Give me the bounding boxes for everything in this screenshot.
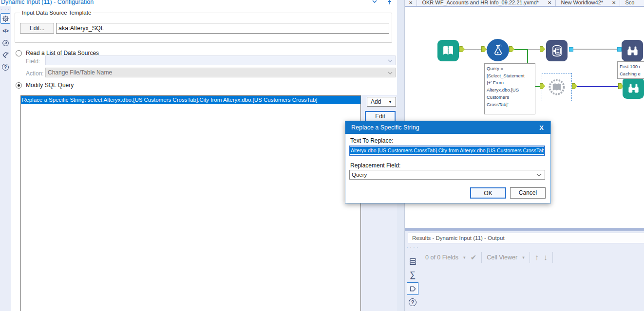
fields-caret-icon[interactable]: ▾: [463, 255, 466, 260]
down-arrow-icon[interactable]: ↓: [544, 253, 548, 262]
output-anchor: [572, 83, 577, 89]
tab-close-icon[interactable]: ✕: [405, 0, 417, 5]
dynamic-input-tool[interactable]: [546, 76, 568, 98]
group-label: Input Data Source Template: [20, 10, 93, 16]
tab-close-icon[interactable]: ✕: [608, 0, 620, 5]
strip-grip[interactable]: · · · · ·: [406, 245, 419, 254]
action-label: Action:: [26, 70, 44, 77]
text-to-replace-value: Alteryx.dbo.[US Customers CrossTab].City…: [350, 147, 545, 154]
book-icon: [441, 44, 455, 57]
edit-template-button[interactable]: Edit...: [20, 23, 54, 34]
configuration-title-bar: Dynamic Input (11) - Configuration: [0, 0, 397, 6]
edit-button[interactable]: Edit: [365, 111, 396, 122]
results-help-icon[interactable]: ?: [407, 296, 418, 309]
read-list-radio[interactable]: [16, 50, 22, 56]
toolbar-separator: [552, 252, 553, 263]
sql-actions-listbox[interactable]: Replace a Specific String: select Altery…: [20, 95, 361, 311]
cell-viewer-label[interactable]: Cell Viewer: [487, 254, 517, 261]
configuration-panel: Dynamic Input (11) - Configuration · · ·…: [0, 0, 397, 311]
annotation-tab-icon[interactable]: </>: [0, 25, 10, 36]
apply-check-icon[interactable]: ✔: [471, 253, 477, 262]
config-tool-strip: · · · </> ?: [0, 6, 11, 311]
formula-annotation[interactable]: Query = [Select_Statement ]+' From Alter…: [484, 63, 535, 114]
connection-output-to-browse[interactable]: [573, 49, 618, 50]
results-tool-strip: · · · · · ∑ ?: [406, 245, 419, 311]
dialog-title-bar[interactable]: Replace a Specific String X: [345, 121, 550, 134]
flask-icon: [492, 44, 505, 57]
connection-formula-to-dynamic-input[interactable]: [514, 49, 528, 50]
results-panel: Results - Dynamic Input (11) - Output · …: [405, 231, 644, 311]
replacement-field-dropdown[interactable]: Query: [349, 170, 545, 180]
text-to-replace-input[interactable]: Alteryx.dbo.[US Customers CrossTab].City…: [349, 146, 545, 156]
replace-string-dialog: Replace a Specific String X Text To Repl…: [345, 121, 551, 203]
connection-dynamic-input-to-browse[interactable]: [577, 86, 619, 87]
cell-viewer-caret-icon[interactable]: ▾: [522, 255, 525, 260]
configuration-title-icons: [372, 0, 393, 6]
tab-workflow-3[interactable]: Sco: [620, 0, 639, 5]
strip-grip[interactable]: · · ·: [0, 6, 11, 12]
formula-tool[interactable]: [487, 39, 509, 61]
add-button[interactable]: Add ▼: [367, 97, 396, 107]
field-label: Field:: [26, 58, 40, 65]
template-value-field[interactable]: aka:Alteryx_SQL: [56, 23, 389, 34]
open-example-icon[interactable]: [0, 37, 10, 48]
help-icon[interactable]: ?: [0, 62, 10, 73]
toolbar-separator: [530, 252, 530, 263]
output-anchor: [459, 46, 465, 52]
profile-sigma-icon[interactable]: ∑: [407, 269, 418, 281]
binoculars-icon: [627, 82, 640, 95]
browse-tool[interactable]: [623, 77, 644, 99]
gear-icon: [2, 15, 9, 22]
input-anchor: [481, 46, 487, 52]
text-to-replace-label: Text To Replace:: [350, 137, 394, 144]
tab-close-icon[interactable]: ✕: [544, 0, 555, 5]
workflow-tab-bar: ✕ OKR WF_Accounts and HR Info_09.22.21.y…: [405, 0, 644, 7]
connection-endpoint-square: [569, 47, 573, 52]
config-content: Input Data Source Template Edit... aka:A…: [11, 6, 397, 311]
tag-icon[interactable]: [0, 50, 10, 60]
input-anchor: [540, 46, 545, 52]
question-mark-icon: ?: [2, 64, 9, 71]
modify-sql-radio-label: Modify SQL Query: [26, 82, 74, 89]
binoculars-icon: [626, 44, 639, 57]
collapse-chevron-icon[interactable]: [372, 0, 378, 5]
replacement-field-value: Query: [352, 172, 367, 178]
table-view-icon[interactable]: [407, 255, 418, 268]
action-value: Change File/Table Name: [48, 69, 112, 76]
chevron-down-icon: [388, 59, 393, 63]
ok-button[interactable]: OK: [470, 187, 506, 199]
add-button-label: Add: [371, 98, 381, 105]
dialog-title: Replace a Specific String: [345, 124, 539, 131]
replacement-field-label: Replacement Field:: [350, 162, 400, 169]
chevron-down-icon: [536, 173, 542, 177]
dropdown-caret-icon: ▼: [388, 100, 392, 104]
results-toolbar: 0 of 0 Fields ▾ ✔ Cell Viewer ▾ ↑ ↓: [425, 251, 553, 264]
dialog-close-icon[interactable]: X: [539, 124, 550, 131]
source-tag-icon[interactable]: [407, 282, 418, 295]
code-icon: </>: [2, 28, 8, 34]
input-data-source-template-group: Input Data Source Template Edit... aka:A…: [15, 13, 392, 43]
database-document-icon: [550, 44, 564, 58]
cancel-button[interactable]: Cancel: [510, 187, 546, 199]
tab-workflow-1[interactable]: OKR WF_Accounts and HR Info_09.22.21.yxm…: [417, 0, 544, 5]
results-header: Results - Dynamic Input (11) - Output: [408, 233, 644, 243]
book-gear-icon: [548, 78, 566, 96]
action-dropdown: Change File/Table Name: [45, 68, 396, 77]
chevron-down-icon: [388, 71, 393, 75]
input-data-tool[interactable]: [437, 40, 459, 61]
modify-sql-radio[interactable]: [16, 82, 22, 89]
browse-annotation[interactable]: First 100 r Caching e: [617, 61, 644, 79]
up-arrow-icon[interactable]: ↑: [535, 253, 539, 262]
tab-workflow-2[interactable]: New Workflow42*: [556, 0, 608, 5]
modify-sql-radio-row[interactable]: Modify SQL Query: [16, 82, 74, 89]
pin-icon[interactable]: [386, 0, 393, 6]
configuration-title: Dynamic Input (11) - Configuration: [0, 0, 397, 5]
configuration-tab-icon[interactable]: [0, 13, 10, 24]
toolbar-separator: [481, 252, 482, 263]
fields-count: 0 of 0 Fields: [425, 254, 458, 261]
output-anchor: [509, 46, 514, 52]
list-item[interactable]: Replace a Specific String: select Altery…: [21, 96, 360, 104]
output-data-tool[interactable]: [546, 40, 568, 61]
field-dropdown: [45, 55, 396, 65]
browse-tool[interactable]: [622, 40, 643, 61]
